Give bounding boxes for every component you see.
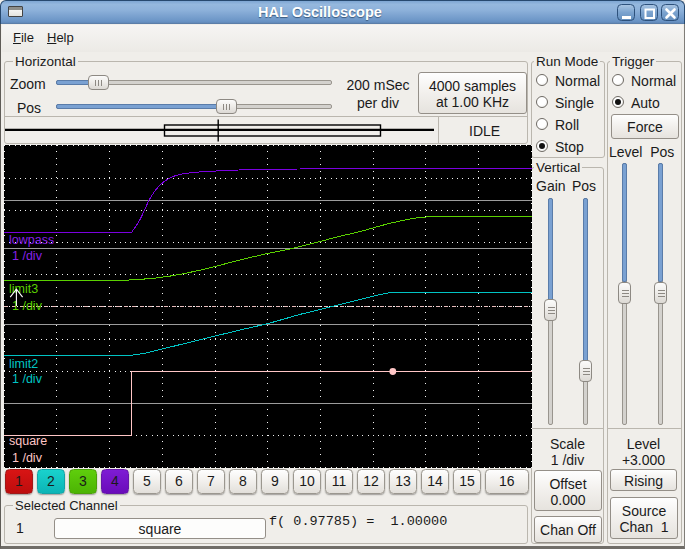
svg-text:limit2: limit2: [9, 357, 38, 371]
svg-text:square: square: [9, 434, 47, 448]
svg-text:lowpass: lowpass: [9, 233, 54, 247]
svg-text:1 /div: 1 /div: [12, 451, 43, 465]
svg-text:1 /div: 1 /div: [12, 372, 43, 386]
svg-text:1 /div: 1 /div: [12, 249, 43, 263]
